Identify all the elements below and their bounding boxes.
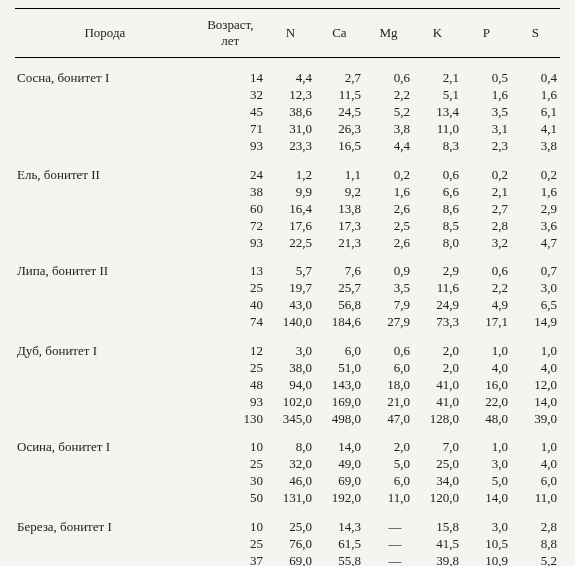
value-cell: 12,0 — [511, 376, 560, 393]
col-species: Порода — [15, 9, 195, 58]
value-cell: 7,6 — [315, 251, 364, 280]
value-cell: 16,0 — [462, 376, 511, 393]
table-row: 3212,311,52,25,11,61,6 — [15, 87, 560, 104]
value-cell: 0,2 — [511, 155, 560, 184]
table-row: Дуб, бонитет I123,06,00,62,01,01,0 — [15, 331, 560, 360]
value-cell: 23,3 — [266, 138, 315, 155]
value-cell: 4,0 — [511, 359, 560, 376]
age-cell: 24 — [195, 155, 266, 184]
species-cell — [15, 121, 195, 138]
value-cell: 19,7 — [266, 280, 315, 297]
value-cell: 41,5 — [413, 535, 462, 552]
value-cell: 14,3 — [315, 507, 364, 536]
col-k: K — [413, 9, 462, 58]
value-cell: 4,7 — [511, 234, 560, 251]
table-row: 2532,049,05,025,03,04,0 — [15, 456, 560, 473]
value-cell: 55,8 — [315, 552, 364, 566]
age-cell: 38 — [195, 183, 266, 200]
value-cell: 22,0 — [462, 393, 511, 410]
value-cell: 2,5 — [364, 217, 413, 234]
table-row: 50131,0192,011,0120,014,011,0 — [15, 490, 560, 507]
species-cell — [15, 552, 195, 566]
value-cell: 34,0 — [413, 473, 462, 490]
value-cell: 3,8 — [511, 138, 560, 155]
value-cell: 192,0 — [315, 490, 364, 507]
value-cell: 14,0 — [462, 490, 511, 507]
value-cell: 2,0 — [413, 359, 462, 376]
value-cell: 140,0 — [266, 314, 315, 331]
col-ca: Ca — [315, 9, 364, 58]
age-cell: 10 — [195, 507, 266, 536]
value-cell: 128,0 — [413, 410, 462, 427]
value-cell: 11,0 — [511, 490, 560, 507]
value-cell: 69,0 — [266, 552, 315, 566]
value-cell: 17,3 — [315, 217, 364, 234]
value-cell: 2,9 — [413, 251, 462, 280]
age-cell: 10 — [195, 427, 266, 456]
value-cell: 5,2 — [364, 104, 413, 121]
col-p: P — [462, 9, 511, 58]
value-cell: 31,0 — [266, 121, 315, 138]
value-cell: 22,5 — [266, 234, 315, 251]
value-cell: 38,6 — [266, 104, 315, 121]
value-cell: 3,6 — [511, 217, 560, 234]
value-cell: 2,2 — [364, 87, 413, 104]
value-cell: 0,6 — [364, 58, 413, 87]
value-cell: 1,2 — [266, 155, 315, 184]
age-cell: 37 — [195, 552, 266, 566]
value-cell: 27,9 — [364, 314, 413, 331]
species-cell — [15, 314, 195, 331]
value-cell: 3,2 — [462, 234, 511, 251]
table-row: 4894,0143,018,041,016,012,0 — [15, 376, 560, 393]
age-cell: 14 — [195, 58, 266, 87]
table-row: 130345,0498,047,0128,048,039,0 — [15, 410, 560, 427]
value-cell: 5,2 — [511, 552, 560, 566]
age-cell: 74 — [195, 314, 266, 331]
value-cell: 11,6 — [413, 280, 462, 297]
value-cell: 10,5 — [462, 535, 511, 552]
species-cell — [15, 280, 195, 297]
value-cell: 5,1 — [413, 87, 462, 104]
value-cell: 56,8 — [315, 297, 364, 314]
species-cell — [15, 234, 195, 251]
value-cell: 8,3 — [413, 138, 462, 155]
table-row: 4538,624,55,213,43,56,1 — [15, 104, 560, 121]
header-row: Порода Возраст, лет N Ca Mg K P S — [15, 9, 560, 58]
value-cell: 3,5 — [462, 104, 511, 121]
value-cell: 76,0 — [266, 535, 315, 552]
table-row: 74140,0184,627,973,317,114,9 — [15, 314, 560, 331]
value-cell: 41,0 — [413, 393, 462, 410]
value-cell: 6,5 — [511, 297, 560, 314]
value-cell: 51,0 — [315, 359, 364, 376]
value-cell: 12,3 — [266, 87, 315, 104]
value-cell: 1,0 — [511, 427, 560, 456]
value-cell: — — [364, 507, 413, 536]
age-cell: 40 — [195, 297, 266, 314]
value-cell: 6,6 — [413, 183, 462, 200]
value-cell: 2,9 — [511, 200, 560, 217]
table-row: Сосна, бонитет I144,42,70,62,10,50,4 — [15, 58, 560, 87]
table-row: 2538,051,06,02,04,04,0 — [15, 359, 560, 376]
value-cell: 6,0 — [315, 331, 364, 360]
value-cell: 2,2 — [462, 280, 511, 297]
age-cell: 50 — [195, 490, 266, 507]
value-cell: 4,4 — [266, 58, 315, 87]
species-cell — [15, 410, 195, 427]
age-cell: 72 — [195, 217, 266, 234]
value-cell: — — [364, 535, 413, 552]
value-cell: 49,0 — [315, 456, 364, 473]
value-cell: 4,1 — [511, 121, 560, 138]
value-cell: 131,0 — [266, 490, 315, 507]
value-cell: 0,7 — [511, 251, 560, 280]
value-cell: 2,7 — [315, 58, 364, 87]
species-cell: Липа, бонитет II — [15, 251, 195, 280]
value-cell: 5,0 — [462, 473, 511, 490]
value-cell: 8,0 — [266, 427, 315, 456]
table-row: 7131,026,33,811,03,14,1 — [15, 121, 560, 138]
value-cell: 24,5 — [315, 104, 364, 121]
value-cell: 17,1 — [462, 314, 511, 331]
species-cell — [15, 393, 195, 410]
value-cell: 1,0 — [462, 331, 511, 360]
table-row: 7217,617,32,58,52,83,6 — [15, 217, 560, 234]
species-cell: Осина, бонитет I — [15, 427, 195, 456]
